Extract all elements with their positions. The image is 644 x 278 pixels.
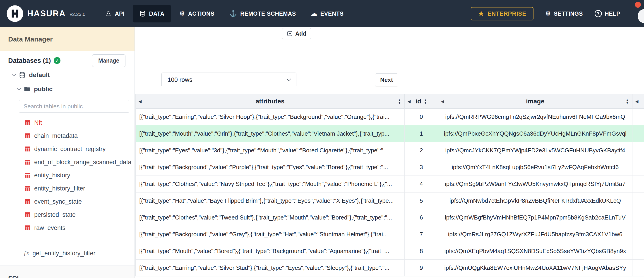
version-label: v2.23.0 <box>70 12 85 17</box>
collapse-column-icon[interactable]: ◀ <box>441 99 444 104</box>
cell-id: 5 <box>405 193 438 209</box>
cell-id: 3 <box>405 159 438 176</box>
table-icon <box>24 133 30 138</box>
cell-id: 7 <box>405 226 438 243</box>
table-name: chain_metadata <box>34 132 78 140</box>
next-page-button[interactable]: Next <box>375 73 398 86</box>
settings-button[interactable]: ⚙ SETTINGS <box>545 11 583 17</box>
column-header-attributes[interactable]: ◀ attributes ▲▼ <box>136 94 405 109</box>
table-name: raw_events <box>34 224 66 231</box>
add-label: Add <box>295 30 306 37</box>
cloud-icon: ☁ <box>311 11 317 17</box>
cell-image: ipfs://QmPbxeGcXhYQQNgsC6a36dDyYUcHgMLnG… <box>438 125 632 142</box>
function-icon: ƒx <box>24 250 29 257</box>
help-button[interactable]: ? HELP <box>595 10 620 17</box>
tree-node-schema[interactable]: public <box>18 85 52 93</box>
sidebar-item-chain-metadata[interactable]: chain_metadata <box>0 129 134 143</box>
rows-per-page-select[interactable]: 100 rows <box>162 73 296 87</box>
sidebar-title: Data Manager <box>0 27 134 51</box>
nav-item-api[interactable]: API <box>99 5 131 23</box>
databases-row: Databases (1) ✓ Manage <box>8 54 126 67</box>
chevron-down-icon[interactable] <box>12 72 16 76</box>
cell-attributes: [{"trait_type":"Background","value":"Pur… <box>136 159 405 176</box>
sort-icon[interactable]: ▲▼ <box>626 99 629 104</box>
cell-attributes: [{"trait_type":"Clothes","value":"Navy S… <box>136 176 405 193</box>
cell-image: ipfs://QmRsJLrg27GQ1ZWyrXZFuJFdU5bapfzsy… <box>438 226 632 243</box>
sidebar-item-get-entity-history-filter[interactable]: ƒx get_entity_history_filter <box>0 247 134 260</box>
sidebar-item-entity-history-filter[interactable]: entity_history_filter <box>0 182 134 195</box>
column-header-partial[interactable]: ◀ <box>632 94 644 109</box>
chevron-down-icon[interactable] <box>17 86 21 90</box>
table-name: entity_history <box>34 172 70 179</box>
cell-partial <box>632 159 644 176</box>
sidebar-item-event-sync-state[interactable]: event_sync_state <box>0 195 134 208</box>
cell-image: ipfs://QmcJYkCKK7QPmYWjp4FD2e3Lv5WCGFuHN… <box>438 142 632 159</box>
nav-item-label: ACTIONS <box>188 11 214 17</box>
table-name: persisted_state <box>34 211 76 218</box>
column-header-id[interactable]: ◀ id ▲▼ <box>405 94 438 109</box>
nav-item-actions[interactable]: ⚙ ACTIONS <box>173 5 221 23</box>
top-navbar: HASURA v2.23.0 API DATA ⚙ ACTIONS ⚓ REMO… <box>0 0 644 27</box>
sidebar-item-nft[interactable]: Nft <box>0 116 134 129</box>
enterprise-button[interactable]: ★ ENTERPRISE <box>471 7 534 20</box>
table-name: dynamic_contract_registry <box>34 146 106 153</box>
cell-partial <box>632 209 644 226</box>
sidebar-item-raw-events[interactable]: raw_events <box>0 221 134 234</box>
cell-attributes: [{"trait_type":"Hat","value":"Bayc Flipp… <box>136 193 405 209</box>
collapse-column-icon[interactable]: ◀ <box>138 99 142 104</box>
nav-item-events[interactable]: ☁ EVENTS <box>304 5 350 23</box>
collapse-column-icon[interactable]: ◀ <box>636 99 638 104</box>
add-row-button[interactable]: Add <box>282 28 311 39</box>
nav-item-label: EVENTS <box>320 11 344 17</box>
sidebar-item-persisted-state[interactable]: persisted_state <box>0 208 134 221</box>
data-sidebar: Data Manager Databases (1) ✓ Manage defa… <box>0 27 135 278</box>
nav-item-data[interactable]: DATA <box>133 5 171 23</box>
tree-node-database[interactable]: default <box>13 71 50 79</box>
toolbar-divider <box>135 59 644 59</box>
manage-button[interactable]: Manage <box>92 54 126 67</box>
column-header-image[interactable]: ◀ image ▲▼ <box>438 94 632 109</box>
cell-partial <box>632 243 644 260</box>
gear-icon: ⚙ <box>545 11 551 17</box>
browse-rows-panel: Add 100 rows Next ◀ attributes ▲▼ ◀ id ▲… <box>135 27 644 278</box>
search-tables-input[interactable] <box>19 100 129 113</box>
column-label: image <box>526 98 544 105</box>
plus-square-icon <box>287 31 293 37</box>
sql-link[interactable]: SQL <box>8 275 21 278</box>
database-icon <box>140 11 146 17</box>
nav-item-label: API <box>115 11 124 17</box>
database-name: default <box>29 71 50 79</box>
sidebar-item-dynamic-contract-registry[interactable]: dynamic_contract_registry <box>0 143 134 156</box>
sidebar-item-entity-history[interactable]: entity_history <box>0 169 134 182</box>
table-name: event_sync_state <box>34 198 82 205</box>
sidebar-item-end-of-block-range-scanned-data[interactable]: end_of_block_range_scanned_data <box>0 156 134 169</box>
table-icon <box>24 146 30 152</box>
column-label: attributes <box>256 98 285 105</box>
cell-attributes: [{"trait_type":"Clothes","value":"Tweed … <box>136 209 405 226</box>
notification-dot[interactable] <box>635 2 641 8</box>
collapse-column-icon[interactable]: ◀ <box>408 99 410 104</box>
navbar-right: ★ ENTERPRISE ⚙ SETTINGS ? HELP <box>471 7 644 20</box>
cell-id: 4 <box>405 176 438 193</box>
cell-image: ipfs://QmWBgfBhyVmHNhBfEQ7p1P4Mpn7pm5b8K… <box>438 209 632 226</box>
nav-item-label: REMOTE SCHEMAS <box>240 11 296 17</box>
rows-select-value: 100 rows <box>168 76 192 83</box>
anchor-icon: ⚓ <box>230 11 237 17</box>
nav-item-remote-schemas[interactable]: ⚓ REMOTE SCHEMAS <box>223 5 302 23</box>
schema-name: public <box>34 85 52 93</box>
cell-image: ipfs://QmSg9bPzW9anFYc3wWU5KnvymwkxQTpmq… <box>438 176 632 193</box>
cell-image: ipfs://QmYxT4LnK8sqLupjbS6eRvu1si7Ly2wFQ… <box>438 159 632 176</box>
chevron-down-icon <box>286 77 291 81</box>
sort-icon[interactable]: ▲▼ <box>398 99 401 104</box>
table-icon <box>24 225 30 231</box>
function-name: get_entity_history_filter <box>32 250 96 257</box>
hasura-brand[interactable]: HASURA v2.23.0 <box>6 5 85 22</box>
table-icon <box>24 159 30 165</box>
hasura-logo-icon <box>6 5 24 22</box>
table-icon <box>24 186 30 191</box>
table-icon <box>24 173 30 178</box>
sidebar-footer: SQL <box>0 265 134 278</box>
settings-label: SETTINGS <box>554 11 583 17</box>
sort-icon[interactable]: ▲▼ <box>424 99 427 104</box>
cell-attributes: [{"trait_type":"Earring","value":"Silver… <box>136 109 405 125</box>
